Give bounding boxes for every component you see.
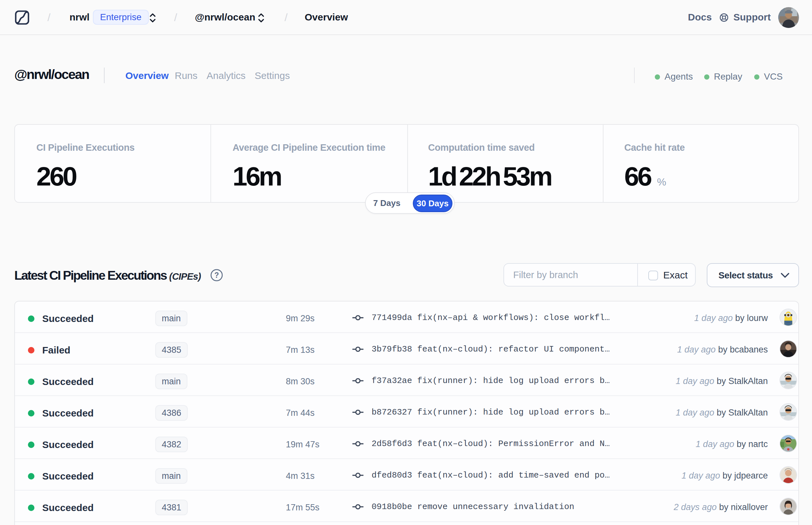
- svg-text:?: ?: [214, 271, 219, 280]
